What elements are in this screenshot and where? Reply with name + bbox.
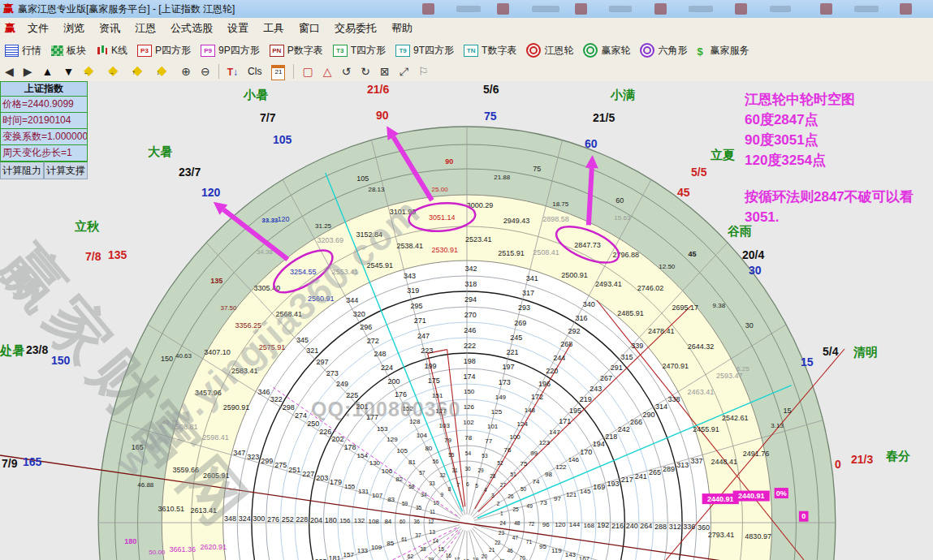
pin-tool-icon[interactable]: ⚐: [413, 63, 434, 80]
svg-text:341: 341: [526, 274, 538, 282]
toolbar-P四方形[interactable]: P3P四方形: [132, 42, 196, 59]
svg-text:6: 6: [466, 481, 469, 487]
toolbar-T四方形[interactable]: T3T四方形: [328, 42, 391, 59]
rotate-cw-icon[interactable]: ↻: [356, 63, 375, 80]
menu-帮助[interactable]: 帮助: [384, 19, 420, 38]
toolbar-9P四方形[interactable]: P99P四方形: [196, 42, 265, 59]
svg-text:40.63: 40.63: [175, 352, 192, 360]
svg-text:150: 150: [464, 388, 475, 395]
down-icon[interactable]: ▼: [58, 63, 79, 80]
svg-text:251: 251: [288, 466, 300, 474]
svg-text:145: 145: [580, 488, 591, 495]
toolbar-行情[interactable]: 行情: [0, 42, 46, 59]
toolbar-板块[interactable]: 板块: [46, 42, 91, 59]
rotate-ccw-icon[interactable]: ↺: [336, 63, 356, 80]
svg-text:132: 132: [354, 517, 365, 524]
计算阻力-button[interactable]: 计算阻力: [0, 162, 44, 179]
svg-text:33.33: 33.33: [261, 217, 279, 224]
gann-wheel-chart-area[interactable]: 赢家财富网 www.yingjia360.com QQ:100800360 12…: [0, 81, 933, 560]
svg-text:22: 22: [495, 540, 501, 545]
panel-row: 时间=20190104: [0, 113, 88, 129]
svg-text:34: 34: [421, 492, 427, 498]
diamond-up-icon[interactable]: ◆↑: [127, 62, 152, 81]
svg-text:3203.69: 3203.69: [317, 236, 343, 244]
analysis-annotation: 江恩轮中轮时空图60度2847点90度3051点120度3254点按循环法则28…: [745, 89, 914, 227]
wheel-icon: [583, 43, 598, 58]
calendar-icon[interactable]: 21: [266, 62, 290, 81]
svg-text:150: 150: [161, 355, 173, 363]
svg-text:83: 83: [387, 496, 395, 503]
svg-text:61: 61: [401, 536, 408, 542]
t-arrow-icon[interactable]: T↓: [222, 63, 243, 80]
square-tool-icon[interactable]: ▢: [297, 63, 317, 80]
svg-text:97: 97: [554, 495, 561, 502]
toolbar-separator: [218, 64, 219, 79]
toolbar-K线[interactable]: K线: [91, 42, 132, 59]
svg-text:316: 316: [576, 314, 588, 322]
menu-江恩[interactable]: 江恩: [127, 19, 163, 38]
svg-text:20: 20: [482, 554, 488, 559]
svg-text:222: 222: [464, 342, 476, 350]
main-toolbar: 行情板块K线P3P四方形P99P四方形PNP数字表T3T四方形T99T四方形TN…: [0, 39, 933, 62]
diamond-down-icon[interactable]: ◆↓: [152, 62, 176, 81]
toolbar-9T四方形[interactable]: T99T四方形: [391, 42, 459, 59]
toolbar-赢家服务[interactable]: $赢家服务: [692, 42, 754, 59]
svg-text:343: 343: [404, 272, 416, 280]
svg-text:227: 227: [302, 470, 314, 478]
rim-label: 75: [484, 110, 497, 123]
contract-icon[interactable]: ⤢: [395, 63, 413, 80]
svg-text:225: 225: [346, 391, 358, 399]
menu-浏览[interactable]: 浏览: [56, 19, 92, 38]
svg-text:174: 174: [463, 373, 475, 381]
next-icon[interactable]: ▶: [19, 63, 37, 80]
svg-text:348: 348: [224, 515, 236, 523]
menu-交易委托[interactable]: 交易委托: [327, 19, 384, 38]
svg-text:11: 11: [430, 509, 435, 515]
toolbar-江恩轮[interactable]: 江恩轮: [521, 41, 578, 59]
toolbar-T数字表[interactable]: TNT数字表: [459, 42, 521, 59]
svg-text:120: 120: [278, 215, 290, 223]
svg-text:245: 245: [510, 334, 522, 342]
svg-text:2590.91: 2590.91: [223, 403, 250, 411]
toolbar-label: P四方形: [155, 44, 191, 58]
cls-button[interactable]: Cls: [243, 63, 266, 80]
zoom-out-icon[interactable]: ⊖: [196, 63, 215, 80]
svg-text:25: 25: [512, 506, 519, 512]
annotation-line: 60度2847点: [745, 110, 914, 130]
svg-text:53: 53: [482, 453, 488, 459]
triangle-tool-icon[interactable]: △: [318, 63, 337, 80]
toolbar-label: T数字表: [482, 44, 516, 58]
menu-公式选股[interactable]: 公式选股: [163, 19, 220, 38]
svg-text:173: 173: [499, 378, 511, 386]
menu-文件[interactable]: 文件: [20, 19, 56, 38]
svg-text:135: 135: [210, 277, 222, 285]
prev-icon[interactable]: ◀: [0, 63, 19, 80]
up-icon[interactable]: ▲: [37, 63, 58, 80]
toolbar-赢家轮[interactable]: 赢家轮: [578, 41, 635, 59]
svg-text:244: 244: [553, 354, 565, 362]
svg-text:18.75: 18.75: [552, 200, 569, 208]
svg-text:15: 15: [438, 546, 445, 552]
toolbar-六角形[interactable]: 六角形: [635, 41, 692, 59]
menu-设置[interactable]: 设置: [220, 19, 256, 38]
expand-icon[interactable]: ⊠: [375, 63, 395, 80]
svg-text:31.25: 31.25: [315, 222, 332, 230]
svg-text:276: 276: [267, 515, 279, 523]
svg-text:243: 243: [590, 385, 602, 393]
menu-资讯[interactable]: 资讯: [92, 19, 127, 38]
rim-label: 23/8: [26, 343, 48, 356]
menu-窗口[interactable]: 窗口: [292, 19, 327, 38]
background-window-artifact: [456, 6, 481, 12]
计算支撑-button[interactable]: 计算支撑: [44, 162, 88, 179]
diamond-left-icon[interactable]: ◆←: [79, 62, 103, 81]
rim-label: 大暑: [148, 144, 172, 160]
menu-工具[interactable]: 工具: [256, 19, 292, 38]
toolbar-P数字表[interactable]: PNP数字表: [265, 42, 328, 59]
diamond-right-icon[interactable]: ◆→: [103, 62, 127, 81]
svg-text:271: 271: [414, 317, 426, 325]
zoom-in-icon[interactable]: ⊕: [176, 63, 196, 80]
svg-text:221: 221: [506, 348, 518, 356]
svg-text:9: 9: [441, 492, 444, 498]
svg-text:226: 226: [319, 428, 331, 436]
rim-label: 21/3: [851, 453, 873, 466]
